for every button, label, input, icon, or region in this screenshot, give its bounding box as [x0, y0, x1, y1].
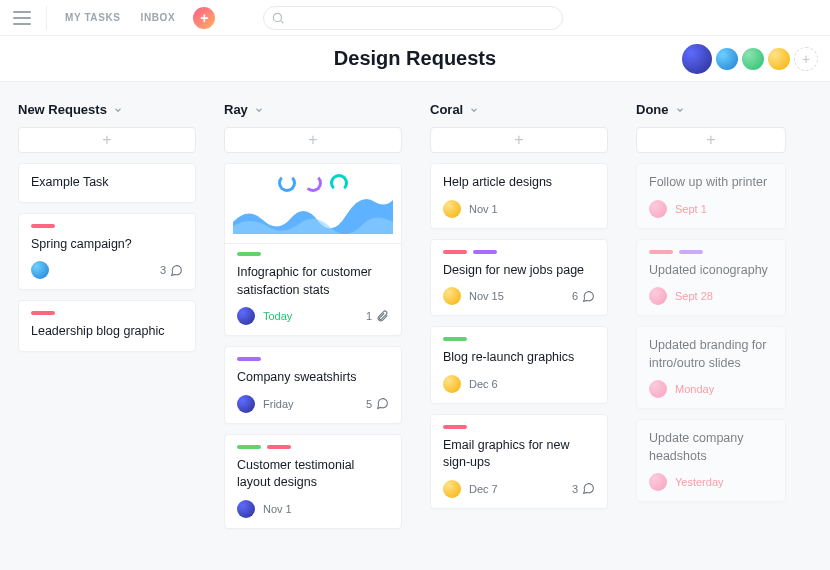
divider: [46, 6, 47, 30]
task-meta: Nov 1: [237, 500, 389, 518]
due-date: Sept 28: [675, 290, 713, 302]
task-card[interactable]: Spring campaign?3: [18, 213, 196, 291]
avatar[interactable]: [768, 48, 790, 70]
assignee-avatar[interactable]: [237, 307, 255, 325]
nav-inbox[interactable]: INBOX: [135, 8, 182, 27]
tag-pink: [443, 250, 467, 254]
task-card[interactable]: Leadership blog graphic: [18, 300, 196, 352]
task-meta: Sept 1: [649, 200, 773, 218]
tag-purple: [237, 357, 261, 361]
tag-purple: [473, 250, 497, 254]
tag-row: [31, 224, 183, 228]
task-card[interactable]: Example Task: [18, 163, 196, 203]
chevron-down-icon: [469, 105, 479, 115]
tag-row: [31, 311, 183, 315]
search-wrapper: [263, 6, 563, 30]
search-input[interactable]: [263, 6, 563, 30]
assignee-avatar[interactable]: [443, 200, 461, 218]
column-ray: Ray + Infographic for customer satisfact…: [224, 102, 402, 550]
column-new-requests: New Requests + Example TaskSpring campai…: [18, 102, 196, 550]
nav-my-tasks[interactable]: MY TASKS: [59, 8, 127, 27]
task-card[interactable]: Blog re-launch graphicsDec 6: [430, 326, 608, 404]
column-header[interactable]: New Requests: [18, 102, 196, 117]
add-card-button[interactable]: +: [224, 127, 402, 153]
tag-pink: [31, 311, 55, 315]
tag-row: [237, 357, 389, 361]
task-card[interactable]: Infographic for customer satisfaction st…: [224, 163, 402, 336]
column-title: Ray: [224, 102, 248, 117]
column-header[interactable]: Ray: [224, 102, 402, 117]
add-button[interactable]: +: [193, 7, 215, 29]
task-card[interactable]: Customer testimonial layout designsNov 1: [224, 434, 402, 529]
task-meta: Dec 73: [443, 480, 595, 498]
assignee-avatar[interactable]: [443, 287, 461, 305]
area-chart-icon: [233, 194, 393, 234]
tag-pink: [649, 250, 673, 254]
column-header[interactable]: Done: [636, 102, 786, 117]
badge: 3: [160, 264, 183, 277]
assignee-avatar[interactable]: [237, 500, 255, 518]
add-member-button[interactable]: +: [794, 47, 818, 71]
comment-icon: [170, 264, 183, 277]
task-title: Updated branding for intro/outro slides: [649, 337, 773, 372]
column-title: New Requests: [18, 102, 107, 117]
assignee-avatar[interactable]: [443, 480, 461, 498]
tag-green: [237, 445, 261, 449]
task-title: Example Task: [31, 174, 183, 192]
task-card[interactable]: Design for new jobs pageNov 156: [430, 239, 608, 317]
due-date: Nov 1: [263, 503, 292, 515]
tag-green: [443, 337, 467, 341]
add-card-button[interactable]: +: [636, 127, 786, 153]
task-meta: 3: [31, 261, 183, 279]
due-date: Sept 1: [675, 203, 707, 215]
assignee-avatar[interactable]: [649, 473, 667, 491]
tag-row: [237, 252, 389, 256]
task-meta: Today1: [237, 307, 389, 325]
svg-point-0: [274, 13, 282, 21]
task-title: Infographic for customer satisfaction st…: [237, 264, 389, 299]
task-title: Updated iconography: [649, 262, 773, 280]
chevron-down-icon: [254, 105, 264, 115]
task-card[interactable]: Updated branding for intro/outro slidesM…: [636, 326, 786, 409]
tag-pink: [267, 445, 291, 449]
assignee-avatar[interactable]: [237, 395, 255, 413]
search-icon: [271, 11, 285, 25]
task-card[interactable]: Updated iconographySept 28: [636, 239, 786, 317]
assignee-avatar[interactable]: [31, 261, 49, 279]
task-title: Update company headshots: [649, 430, 773, 465]
column-title: Done: [636, 102, 669, 117]
assignee-avatar[interactable]: [443, 375, 461, 393]
comment-icon: [582, 290, 595, 303]
task-title: Company sweatshirts: [237, 369, 389, 387]
chevron-down-icon: [113, 105, 123, 115]
badge: 6: [572, 290, 595, 303]
task-meta: Sept 28: [649, 287, 773, 305]
avatar[interactable]: [682, 44, 712, 74]
task-meta: Friday5: [237, 395, 389, 413]
attachment-icon: [376, 310, 389, 323]
task-meta: Nov 1: [443, 200, 595, 218]
add-card-button[interactable]: +: [430, 127, 608, 153]
due-date: Friday: [263, 398, 294, 410]
due-date: Yesterday: [675, 476, 724, 488]
task-card[interactable]: Email graphics for new sign-upsDec 73: [430, 414, 608, 509]
task-card[interactable]: Follow up with printerSept 1: [636, 163, 786, 229]
menu-icon[interactable]: [10, 6, 34, 30]
task-meta: Nov 156: [443, 287, 595, 305]
task-card[interactable]: Update company headshotsYesterday: [636, 419, 786, 502]
task-card[interactable]: Help article designsNov 1: [430, 163, 608, 229]
avatar[interactable]: [716, 48, 738, 70]
svg-line-1: [281, 20, 284, 23]
column-header[interactable]: Coral: [430, 102, 608, 117]
avatar[interactable]: [742, 48, 764, 70]
assignee-avatar[interactable]: [649, 287, 667, 305]
chart-thumbnail: [225, 164, 401, 244]
tag-pink: [31, 224, 55, 228]
add-card-button[interactable]: +: [18, 127, 196, 153]
comment-icon: [582, 482, 595, 495]
board: New Requests + Example TaskSpring campai…: [0, 82, 830, 570]
assignee-avatar[interactable]: [649, 380, 667, 398]
tag-row: [237, 445, 389, 449]
assignee-avatar[interactable]: [649, 200, 667, 218]
task-card[interactable]: Company sweatshirtsFriday5: [224, 346, 402, 424]
